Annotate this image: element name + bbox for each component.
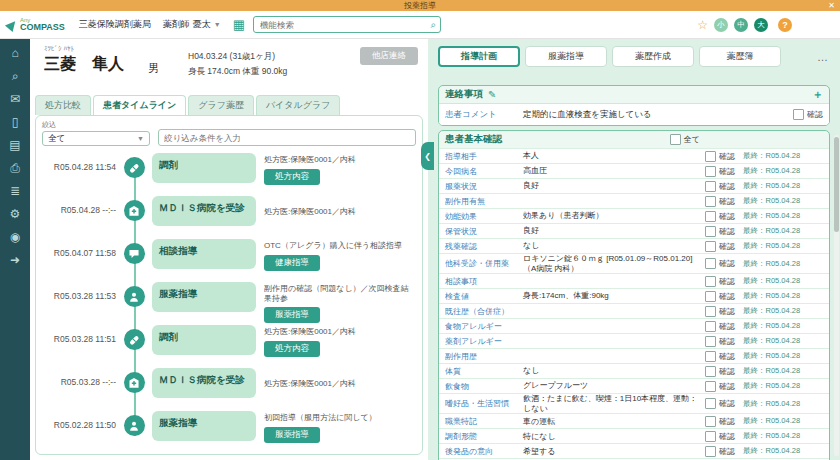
- confirm-checkbox[interactable]: 確認: [705, 196, 743, 207]
- row-label[interactable]: 副作用歴: [445, 351, 523, 362]
- left-tab-2[interactable]: グラフ薬歴: [188, 95, 254, 115]
- settings-icon[interactable]: ⚙: [10, 208, 21, 221]
- font-size-large-button[interactable]: 大: [754, 18, 768, 32]
- timeline-entry-type[interactable]: 調剤: [152, 325, 256, 355]
- confirm-checkbox[interactable]: 確認: [705, 181, 743, 192]
- printer-icon[interactable]: ⎙: [10, 162, 20, 175]
- edit-icon[interactable]: ✎: [488, 89, 496, 100]
- confirm-checkbox[interactable]: 確認: [705, 226, 743, 237]
- timeline-entry-button[interactable]: 服薬指導: [264, 307, 320, 323]
- row-label[interactable]: 他科受診・併用薬: [445, 258, 523, 269]
- row-label[interactable]: 薬剤アレルギー: [445, 336, 523, 347]
- guidance-tab-3[interactable]: 薬歴簿: [699, 46, 781, 67]
- confirm-checkbox[interactable]: 確認: [705, 258, 743, 269]
- add-icon[interactable]: ＋: [812, 87, 823, 102]
- confirm-checkbox[interactable]: 確認: [705, 306, 743, 317]
- left-tab-0[interactable]: 処方比較: [35, 95, 91, 115]
- row-label[interactable]: 既往歴（合併症）: [445, 306, 523, 317]
- timeline-entry-button[interactable]: 処方内容: [264, 341, 320, 357]
- left-tab-1[interactable]: 患者タイムライン: [93, 95, 186, 115]
- row-label[interactable]: 職業特記: [445, 416, 523, 427]
- home-icon[interactable]: ⌂: [11, 47, 18, 60]
- user-name: 憂太: [193, 18, 211, 31]
- timeline-entry-button[interactable]: 服薬指導: [264, 427, 320, 443]
- row-label[interactable]: 検査値: [445, 291, 523, 302]
- basic-confirm-row: 服薬状況良好確認最終：R05.04.28: [439, 178, 829, 193]
- book-icon[interactable]: ≣: [10, 185, 20, 198]
- apps-grid-icon[interactable]: ▦: [233, 18, 245, 31]
- row-label[interactable]: 相談事項: [445, 276, 523, 287]
- confirm-checkbox[interactable]: 確認: [705, 151, 743, 162]
- row-label[interactable]: 今回病名: [445, 166, 523, 177]
- timeline-entry: R05.02.28 11:50服薬指導初回指導（服用方法に関して）服薬指導: [42, 411, 416, 452]
- document-icon[interactable]: ▤: [9, 139, 20, 152]
- confirm-checkbox[interactable]: 確認: [705, 291, 743, 302]
- row-label[interactable]: 調剤形態: [445, 431, 523, 442]
- timeline-entry-type[interactable]: ＭＤＩＳ病院を受診: [152, 196, 256, 226]
- checkbox-icon: [705, 241, 716, 252]
- collapse-panel-icon[interactable]: ❮: [421, 142, 434, 170]
- timeline-entry: R05.04.28 11:54調剤処方医:保険医0001／内科処方内容: [42, 153, 416, 194]
- timeline-entry-type[interactable]: 相談指導: [152, 239, 256, 269]
- chat-icon[interactable]: ✉: [10, 93, 20, 106]
- logout-icon[interactable]: ➜: [10, 254, 20, 267]
- scrollbar[interactable]: [834, 135, 839, 456]
- confirm-checkbox[interactable]: 確認: [705, 211, 743, 222]
- row-label[interactable]: 服薬状況: [445, 181, 523, 192]
- guidance-tab-0[interactable]: 指導計画: [438, 46, 520, 67]
- timeline-search-input[interactable]: [158, 129, 416, 146]
- confirm-checkbox[interactable]: 確認: [705, 276, 743, 287]
- confirm-checkbox[interactable]: 確認: [705, 416, 743, 427]
- help-button[interactable]: ?: [778, 18, 792, 32]
- row-label[interactable]: 副作用有無: [445, 196, 523, 207]
- confirm-checkbox[interactable]: 確認: [705, 366, 743, 377]
- more-options-icon[interactable]: …: [817, 51, 828, 63]
- search-icon[interactable]: ⌕: [12, 70, 19, 83]
- timeline-entry-type[interactable]: ＭＤＩＳ病院を受診: [152, 368, 256, 398]
- guidance-tab-1[interactable]: 服薬指導: [525, 46, 607, 67]
- confirm-checkbox[interactable]: 確認: [705, 351, 743, 362]
- guidance-tab-2[interactable]: 薬歴作成: [612, 46, 694, 67]
- timeline-entry-button[interactable]: 健康指導: [264, 255, 320, 271]
- other-store-contact-button[interactable]: 他店連絡: [360, 47, 418, 65]
- confirm-checkbox[interactable]: 確認: [705, 241, 743, 252]
- mobile-icon[interactable]: ▯: [12, 116, 19, 129]
- confirm-checkbox[interactable]: 確認: [705, 398, 743, 409]
- row-label[interactable]: 食物アレルギー: [445, 321, 523, 332]
- font-size-small-button[interactable]: 小: [714, 18, 728, 32]
- row-label: 患者コメント: [445, 109, 523, 121]
- confirm-checkbox[interactable]: 確認: [705, 166, 743, 177]
- confirm-checkbox[interactable]: 確認: [705, 321, 743, 332]
- timeline-filter-select[interactable]: 全て ▼: [42, 131, 150, 146]
- row-label[interactable]: 指導相手: [445, 151, 523, 162]
- close-icon[interactable]: ✕: [828, 0, 835, 11]
- row-label[interactable]: 体質: [445, 366, 523, 377]
- function-search-input[interactable]: [258, 19, 430, 31]
- confirm-checkbox[interactable]: 確認: [793, 109, 823, 120]
- patient-name: 三菱 隼人: [44, 54, 124, 75]
- row-label[interactable]: 飲食物: [445, 381, 523, 392]
- confirm-checkbox[interactable]: 確認: [705, 431, 743, 442]
- scrollbar-thumb[interactable]: [834, 137, 839, 232]
- timeline-entry-type[interactable]: 服薬指導: [152, 282, 256, 312]
- font-size-medium-button[interactable]: 中: [734, 18, 748, 32]
- timeline-entry-type[interactable]: 調剤: [152, 153, 256, 183]
- row-label[interactable]: 後発品の意向: [445, 446, 523, 457]
- row-label[interactable]: 残薬確認: [445, 241, 523, 252]
- check-all-checkbox[interactable]: 全て: [670, 134, 700, 145]
- search-icon[interactable]: ⌕: [430, 19, 436, 31]
- confirm-checkbox[interactable]: 確認: [705, 381, 743, 392]
- row-label[interactable]: 嗜好品・生活習慣: [445, 398, 523, 409]
- confirm-checkbox[interactable]: 確認: [705, 336, 743, 347]
- row-label[interactable]: 効能効果: [445, 211, 523, 222]
- left-tab-3[interactable]: バイタルグラフ: [256, 95, 340, 115]
- user-menu[interactable]: 薬剤師 憂太 ▼: [163, 18, 221, 31]
- eye-icon[interactable]: ◉: [10, 231, 20, 244]
- timeline-entry-date: R05.03.28 11:53: [42, 282, 116, 301]
- favorite-icon[interactable]: ☆: [697, 18, 708, 32]
- row-label[interactable]: 保管状況: [445, 226, 523, 237]
- confirm-checkbox[interactable]: 確認: [705, 446, 743, 457]
- timeline-entry-button[interactable]: 処方内容: [264, 169, 320, 185]
- timeline-entry-type[interactable]: 服薬指導: [152, 411, 256, 441]
- function-search[interactable]: ⌕: [253, 16, 441, 33]
